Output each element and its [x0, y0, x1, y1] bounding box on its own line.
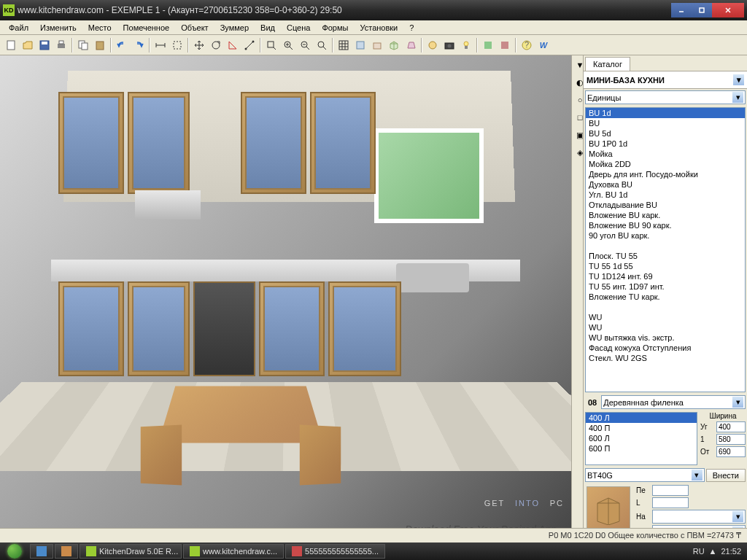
chevron-down-icon[interactable]: ▾	[692, 470, 703, 481]
list-item[interactable]: Плоск. TU 55	[586, 251, 745, 261]
open-icon[interactable]	[20, 37, 36, 53]
list-item[interactable]: WU вытяжка vis. экстр.	[586, 332, 745, 343]
rotate-icon[interactable]	[208, 37, 224, 53]
list-item[interactable]: 600 П	[586, 443, 697, 454]
menu-forms[interactable]: Формы	[316, 22, 354, 34]
input-ot[interactable]	[716, 446, 746, 457]
list-item[interactable]: 90 угол BU карк.	[586, 230, 745, 241]
close-button[interactable]	[712, 3, 744, 18]
list-item[interactable]: Духовка BU	[586, 179, 745, 190]
start-button[interactable]	[0, 542, 29, 560]
new-icon[interactable]	[3, 37, 19, 53]
menu-view[interactable]: Вид	[255, 22, 281, 34]
list-item[interactable]: Вложение BU 90 карк.	[586, 220, 745, 230]
view-top-icon[interactable]	[352, 37, 368, 53]
menu-scene[interactable]: Сцена	[281, 22, 316, 34]
tray-lang[interactable]: RU	[693, 547, 705, 556]
maximize-button[interactable]	[692, 3, 712, 18]
taskbar-item-1[interactable]: KitchenDraw 5.0E R...	[80, 544, 182, 559]
undo-icon[interactable]	[114, 37, 130, 53]
view-3d-icon[interactable]	[386, 37, 402, 53]
input-ug[interactable]	[716, 421, 746, 432]
web-icon[interactable]: W	[535, 37, 551, 53]
help-icon[interactable]: ?	[519, 37, 535, 53]
list-item[interactable]: TU 55 инт. 1D97 инт.	[586, 281, 745, 292]
chevron-down-icon[interactable]: ▾	[732, 92, 743, 103]
units-dropdown[interactable]: Единицы ▾	[585, 90, 746, 104]
input-1[interactable]	[716, 434, 746, 445]
list-item[interactable]: TU 55 1d 55	[586, 261, 745, 271]
menu-settings[interactable]: Установки	[354, 22, 403, 34]
crop-icon[interactable]	[169, 37, 185, 53]
list-item[interactable]: Стекл. WU 2GS	[586, 353, 745, 363]
list-item[interactable]: BU 1d	[586, 108, 745, 118]
menu-file[interactable]: Файл	[3, 22, 34, 34]
list-item[interactable]: 400 П	[586, 423, 697, 433]
angle-icon[interactable]	[225, 37, 241, 53]
list-item[interactable]: Вложение TU карк.	[586, 292, 745, 302]
quick-launch-1[interactable]	[30, 544, 53, 559]
quick-launch-2[interactable]	[55, 544, 78, 559]
menu-edit[interactable]: Изменить	[34, 22, 82, 34]
list-item[interactable]	[586, 241, 745, 251]
redo-icon[interactable]	[131, 37, 147, 53]
taskbar-item-3[interactable]: 555555555555555...	[285, 544, 385, 559]
list-item[interactable]: Дверь для инт. Посудо-мойки	[586, 169, 745, 179]
view-front-icon[interactable]	[369, 37, 385, 53]
menu-object[interactable]: Объект	[175, 22, 214, 34]
view-persp-icon[interactable]	[403, 37, 419, 53]
menu-help[interactable]: ?	[403, 22, 419, 34]
paste-icon[interactable]	[92, 37, 108, 53]
plugin1-icon[interactable]	[480, 37, 496, 53]
plugin2-icon[interactable]	[497, 37, 513, 53]
list-item[interactable]: Угл. BU 1d	[586, 190, 745, 200]
na-dropdown[interactable]: ▾	[652, 510, 746, 524]
list-item[interactable]: 400 Л	[586, 413, 697, 423]
list-item[interactable]: BU 5d	[586, 128, 745, 139]
style-dropdown[interactable]: Деревянная филенка ▾	[601, 395, 746, 409]
camera-icon[interactable]	[441, 37, 457, 53]
list-item[interactable]: BU	[586, 118, 745, 128]
zoom-fit-icon[interactable]	[314, 37, 330, 53]
input-l[interactable]	[652, 497, 689, 508]
items-listbox[interactable]: BU 1dBUBU 5dBU 1P0 1dМойкаМойка 2DDДверь…	[585, 107, 746, 392]
save-icon[interactable]	[36, 37, 53, 53]
tray-icon[interactable]: ▲	[709, 547, 717, 556]
grid-icon[interactable]	[336, 37, 352, 53]
list-item[interactable]: Вложение BU карк.	[586, 210, 745, 220]
copy-icon[interactable]	[75, 37, 91, 53]
list-item[interactable]: WU	[586, 312, 745, 322]
list-item[interactable]: Мойка	[586, 149, 745, 159]
input-pe[interactable]	[652, 485, 689, 496]
tray-time[interactable]: 21:52	[721, 547, 741, 556]
taskbar-item-2[interactable]: www.kitchendraw.c...	[183, 544, 284, 559]
menu-zoom[interactable]: Зуммер	[214, 22, 255, 34]
chevron-down-icon[interactable]: ▾	[732, 397, 743, 408]
menu-marked[interactable]: Помеченное	[117, 22, 176, 34]
move-icon[interactable]	[191, 37, 207, 53]
list-item[interactable]: TU 1D124 инт. 69	[586, 271, 745, 281]
sizes-listbox[interactable]: 400 Л400 П600 Л600 П	[585, 412, 697, 465]
print-icon[interactable]	[53, 37, 69, 53]
zoom-area-icon[interactable]	[263, 37, 279, 53]
insert-button[interactable]: Внести	[706, 469, 746, 482]
list-item[interactable]: Откладывание BU	[586, 200, 745, 210]
code-dropdown[interactable]: BT40G ▾	[585, 468, 705, 482]
tab-catalog[interactable]: Каталог	[585, 57, 630, 71]
list-item[interactable]: Фасад кожуха Отступления	[586, 343, 745, 353]
list-item[interactable]: 600 Л	[586, 433, 697, 443]
list-item[interactable]	[586, 302, 745, 312]
measure-icon[interactable]	[241, 37, 258, 53]
zoom-in-icon[interactable]	[280, 37, 296, 53]
render-icon[interactable]	[425, 37, 441, 53]
list-item[interactable]: BU 1P0 1d	[586, 139, 745, 149]
3d-viewport[interactable]: GET INTO PC Download Free Your Desired A…	[0, 55, 571, 542]
catalog-dropdown-icon[interactable]: ▾	[733, 74, 744, 85]
light-icon[interactable]	[458, 37, 474, 53]
list-item[interactable]: WU	[586, 322, 745, 332]
list-item[interactable]: Мойка 2DD	[586, 159, 745, 169]
menu-place[interactable]: Место	[82, 22, 117, 34]
minimize-button[interactable]	[671, 3, 692, 18]
dimension-icon[interactable]	[152, 37, 169, 53]
zoom-out-icon[interactable]	[297, 37, 313, 53]
